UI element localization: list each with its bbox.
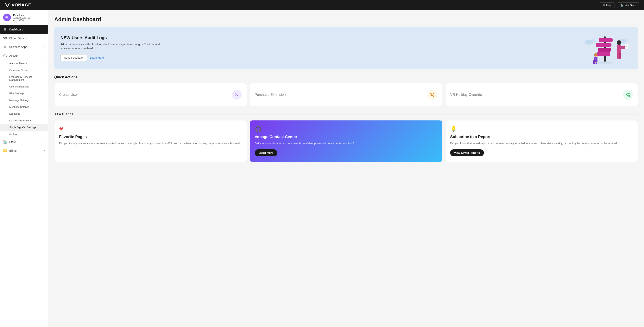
banner-illustration	[581, 33, 632, 64]
sidebar-item-meetings-settings[interactable]: Meetings Settings	[0, 104, 48, 110]
glance-card-contact-center: 🎧 Vonage Contact Center Did you know Von…	[250, 120, 442, 162]
phone-icon: ☎	[3, 36, 7, 40]
sub-item-label: Archive	[9, 133, 18, 136]
sub-item-label: Account Details	[9, 62, 27, 65]
quick-action-purchase-extension[interactable]: Purchase Extension	[250, 83, 442, 106]
sidebar-item-dashboard-settings[interactable]: Dashboard Settings	[0, 117, 48, 124]
sidebar-item-store[interactable]: 🏪 Store ▾	[0, 138, 48, 146]
sidebar-item-billing[interactable]: 💳 Billing ▾	[0, 146, 48, 155]
chevron-up-icon: ▴	[44, 54, 45, 57]
store-icon: 🏪	[3, 140, 7, 144]
sidebar-item-pbx-settings[interactable]: PBX Settings	[0, 90, 48, 97]
svg-marker-10	[610, 43, 612, 47]
sub-item-label: Dashboard Settings	[9, 119, 32, 122]
svg-rect-18	[626, 46, 628, 46]
glance-description: Did you know that saved reports can be a…	[450, 141, 633, 145]
sub-item-label: Meetings Settings	[9, 106, 29, 108]
lightbulb-icon: 💡	[450, 126, 633, 132]
app-body: FL First Last Account Super User Acct: 3…	[0, 10, 644, 327]
svg-point-24	[595, 62, 614, 64]
sidebar-item-message-settings[interactable]: Message Settings	[0, 97, 48, 104]
main-content: Admin Dashboard NEW Users Audit Logs Adm…	[48, 10, 644, 327]
visit-store-button[interactable]: 🏪 Visit Store	[617, 2, 639, 8]
at-glance-grid: ❤ Favorite Pages Did you know you can ac…	[54, 120, 638, 162]
at-glance-header: At a Glance	[54, 112, 638, 116]
view-saved-reports-button[interactable]: View Saved Reports	[450, 149, 484, 156]
page-title: Admin Dashboard	[54, 16, 638, 23]
svg-point-3	[622, 39, 628, 42]
sub-item-label: Message Settings	[9, 99, 29, 102]
glance-description: Did you know Vonage can be a flexible, s…	[255, 141, 438, 145]
svg-marker-9	[612, 38, 613, 42]
quick-action-create-user[interactable]: Create User	[54, 83, 247, 106]
sidebar-item-archive[interactable]: Archive	[0, 131, 48, 138]
at-glance-title: At a Glance	[54, 112, 74, 116]
sidebar-item-user-permissions[interactable]: User Permissions	[0, 83, 48, 90]
sidebar-item-account[interactable]: ◯ Account ▴	[0, 51, 48, 60]
svg-rect-7	[598, 48, 611, 52]
svg-rect-19	[626, 46, 627, 47]
help-button[interactable]: ⊙ Help	[600, 2, 615, 8]
sub-item-label: User Permissions	[9, 85, 29, 88]
dashboard-icon: ⊞	[3, 27, 7, 32]
sidebar-item-sso-settings[interactable]: Single Sign-On Settings	[0, 124, 48, 131]
sidebar-item-emergency-services[interactable]: Emergency Services Management	[0, 74, 48, 83]
sidebar-item-label: Account	[9, 54, 41, 57]
quick-action-vr-holiday[interactable]: VR Holiday Override	[445, 83, 638, 106]
learn-more-button[interactable]: Learn more	[255, 149, 277, 156]
svg-rect-5	[599, 38, 612, 42]
banner-content: NEW Users Audit Logs Admins can now view…	[60, 35, 161, 61]
avatar: FL	[3, 14, 11, 21]
svg-rect-13	[617, 53, 618, 59]
sidebar-item-dashboard[interactable]: ⊞ Dashboard	[0, 25, 48, 34]
chevron-down-icon: ▾	[44, 149, 45, 152]
sidebar-navigation: ⊞ Dashboard ☎ Phone System ▾ ◈ Business …	[0, 25, 48, 327]
chevron-down-icon: ▾	[44, 37, 45, 40]
banner-title: NEW Users Audit Logs	[60, 35, 161, 40]
sub-item-label: PBX Settings	[9, 92, 24, 95]
user-info: First Last Account Super User Acct: 3364…	[13, 14, 32, 21]
sidebar-item-locations[interactable]: Locations	[0, 110, 48, 117]
send-feedback-button[interactable]: Send Feedback	[60, 54, 87, 61]
audit-logs-banner: NEW Users Audit Logs Admins can now view…	[54, 27, 638, 69]
glance-title: Vonage Contact Center	[255, 135, 438, 139]
create-user-icon	[232, 90, 242, 100]
sub-item-label: Single Sign-On Settings	[9, 126, 36, 129]
glance-description: Did you know you can access frequently v…	[59, 141, 242, 145]
top-navigation: VONAGE ⊙ Help 🏪 Visit Store	[0, 0, 644, 10]
glance-card-favorite-pages: ❤ Favorite Pages Did you know you can ac…	[54, 120, 247, 162]
quick-actions-title: Quick Actions	[54, 75, 78, 79]
glance-card-subscribe-report: 💡 Subscribe to a Report Did you know tha…	[445, 120, 638, 162]
help-label: Help	[606, 4, 612, 7]
account-icon: ◯	[3, 54, 7, 58]
glance-title: Subscribe to a Report	[450, 135, 633, 139]
sidebar-item-company-contact[interactable]: Company Contact	[0, 67, 48, 74]
sub-item-label: Emergency Services Management	[9, 76, 45, 81]
sub-item-label: Locations	[9, 112, 20, 115]
sidebar-item-label: Phone System	[9, 37, 41, 40]
vonage-logo-icon	[5, 2, 10, 8]
vr-holiday-icon	[623, 90, 633, 100]
svg-rect-14	[620, 53, 621, 59]
svg-rect-17	[626, 45, 628, 45]
apps-icon: ◈	[3, 45, 7, 49]
quick-actions-grid: Create User Purchase Extension	[54, 83, 638, 106]
user-acct: Acct: 336462	[13, 19, 32, 21]
svg-rect-12	[617, 45, 621, 53]
banner-description: Admins can now view the Audit logs for U…	[60, 42, 161, 51]
sidebar-item-account-details[interactable]: Account Details	[0, 60, 48, 67]
sub-item-label: Company Contact	[9, 69, 30, 72]
learn-more-link[interactable]: Learn More	[90, 56, 104, 59]
headset-icon: 🎧	[255, 126, 438, 132]
sidebar-item-business-apps[interactable]: ◈ Business Apps ▾	[0, 43, 48, 51]
svg-rect-22	[593, 60, 595, 64]
billing-icon: 💳	[3, 149, 7, 153]
svg-point-20	[594, 53, 598, 57]
sidebar-item-phone-system[interactable]: ☎ Phone System ▾	[0, 34, 48, 43]
vonage-logo-text: VONAGE	[12, 3, 31, 8]
users-icon-svg	[234, 92, 239, 97]
topnav-actions: ⊙ Help 🏪 Visit Store	[600, 2, 639, 8]
user-role: Account Super User	[13, 17, 32, 19]
sidebar-user: FL First Last Account Super User Acct: 3…	[0, 10, 48, 25]
purchase-extension-icon	[427, 90, 437, 100]
